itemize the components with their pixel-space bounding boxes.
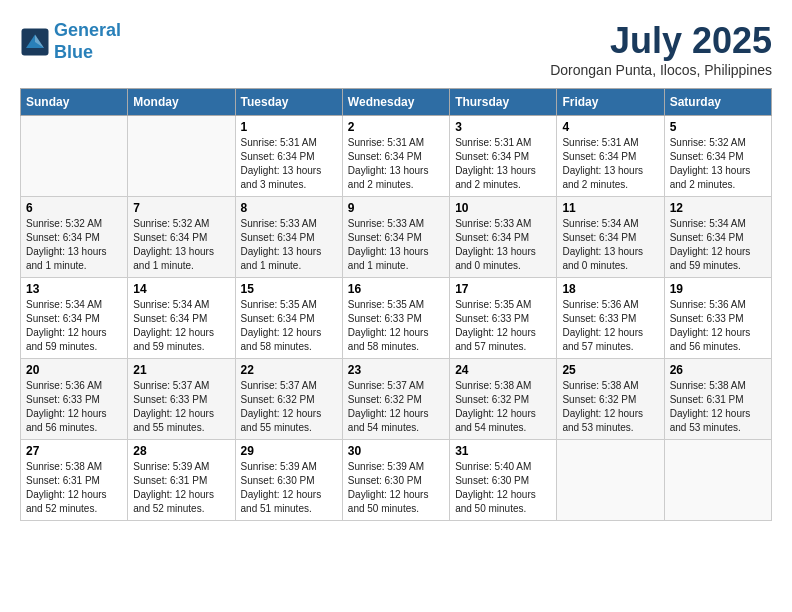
day-number: 18 <box>562 282 658 296</box>
logo-line1: General <box>54 20 121 40</box>
day-cell: 23Sunrise: 5:37 AM Sunset: 6:32 PM Dayli… <box>342 359 449 440</box>
day-info: Sunrise: 5:37 AM Sunset: 6:32 PM Dayligh… <box>241 379 337 435</box>
weekday-header-monday: Monday <box>128 89 235 116</box>
day-number: 16 <box>348 282 444 296</box>
day-cell: 31Sunrise: 5:40 AM Sunset: 6:30 PM Dayli… <box>450 440 557 521</box>
day-cell: 10Sunrise: 5:33 AM Sunset: 6:34 PM Dayli… <box>450 197 557 278</box>
day-info: Sunrise: 5:34 AM Sunset: 6:34 PM Dayligh… <box>133 298 229 354</box>
day-info: Sunrise: 5:31 AM Sunset: 6:34 PM Dayligh… <box>348 136 444 192</box>
day-info: Sunrise: 5:37 AM Sunset: 6:32 PM Dayligh… <box>348 379 444 435</box>
day-number: 26 <box>670 363 766 377</box>
day-info: Sunrise: 5:32 AM Sunset: 6:34 PM Dayligh… <box>26 217 122 273</box>
weekday-header-wednesday: Wednesday <box>342 89 449 116</box>
day-number: 13 <box>26 282 122 296</box>
day-info: Sunrise: 5:33 AM Sunset: 6:34 PM Dayligh… <box>241 217 337 273</box>
day-cell: 17Sunrise: 5:35 AM Sunset: 6:33 PM Dayli… <box>450 278 557 359</box>
week-row-5: 27Sunrise: 5:38 AM Sunset: 6:31 PM Dayli… <box>21 440 772 521</box>
day-number: 23 <box>348 363 444 377</box>
day-number: 30 <box>348 444 444 458</box>
weekday-header-friday: Friday <box>557 89 664 116</box>
weekday-header-tuesday: Tuesday <box>235 89 342 116</box>
day-cell: 7Sunrise: 5:32 AM Sunset: 6:34 PM Daylig… <box>128 197 235 278</box>
day-cell: 29Sunrise: 5:39 AM Sunset: 6:30 PM Dayli… <box>235 440 342 521</box>
day-number: 3 <box>455 120 551 134</box>
day-cell: 6Sunrise: 5:32 AM Sunset: 6:34 PM Daylig… <box>21 197 128 278</box>
day-number: 6 <box>26 201 122 215</box>
day-info: Sunrise: 5:39 AM Sunset: 6:30 PM Dayligh… <box>241 460 337 516</box>
day-info: Sunrise: 5:32 AM Sunset: 6:34 PM Dayligh… <box>133 217 229 273</box>
day-cell: 19Sunrise: 5:36 AM Sunset: 6:33 PM Dayli… <box>664 278 771 359</box>
location: Dorongan Punta, Ilocos, Philippines <box>550 62 772 78</box>
day-cell: 13Sunrise: 5:34 AM Sunset: 6:34 PM Dayli… <box>21 278 128 359</box>
day-number: 11 <box>562 201 658 215</box>
day-cell: 2Sunrise: 5:31 AM Sunset: 6:34 PM Daylig… <box>342 116 449 197</box>
day-cell: 27Sunrise: 5:38 AM Sunset: 6:31 PM Dayli… <box>21 440 128 521</box>
title-block: July 2025 Dorongan Punta, Ilocos, Philip… <box>550 20 772 78</box>
day-cell: 26Sunrise: 5:38 AM Sunset: 6:31 PM Dayli… <box>664 359 771 440</box>
day-info: Sunrise: 5:36 AM Sunset: 6:33 PM Dayligh… <box>670 298 766 354</box>
day-info: Sunrise: 5:40 AM Sunset: 6:30 PM Dayligh… <box>455 460 551 516</box>
month-title: July 2025 <box>550 20 772 62</box>
day-number: 15 <box>241 282 337 296</box>
day-info: Sunrise: 5:33 AM Sunset: 6:34 PM Dayligh… <box>348 217 444 273</box>
day-info: Sunrise: 5:35 AM Sunset: 6:33 PM Dayligh… <box>455 298 551 354</box>
day-info: Sunrise: 5:36 AM Sunset: 6:33 PM Dayligh… <box>562 298 658 354</box>
week-row-3: 13Sunrise: 5:34 AM Sunset: 6:34 PM Dayli… <box>21 278 772 359</box>
page-header: General Blue July 2025 Dorongan Punta, I… <box>20 20 772 78</box>
day-number: 25 <box>562 363 658 377</box>
day-cell: 15Sunrise: 5:35 AM Sunset: 6:34 PM Dayli… <box>235 278 342 359</box>
day-number: 2 <box>348 120 444 134</box>
day-cell <box>21 116 128 197</box>
day-number: 29 <box>241 444 337 458</box>
week-row-2: 6Sunrise: 5:32 AM Sunset: 6:34 PM Daylig… <box>21 197 772 278</box>
day-info: Sunrise: 5:34 AM Sunset: 6:34 PM Dayligh… <box>562 217 658 273</box>
day-number: 21 <box>133 363 229 377</box>
day-number: 8 <box>241 201 337 215</box>
day-cell: 11Sunrise: 5:34 AM Sunset: 6:34 PM Dayli… <box>557 197 664 278</box>
week-row-1: 1Sunrise: 5:31 AM Sunset: 6:34 PM Daylig… <box>21 116 772 197</box>
day-info: Sunrise: 5:38 AM Sunset: 6:31 PM Dayligh… <box>26 460 122 516</box>
day-cell: 9Sunrise: 5:33 AM Sunset: 6:34 PM Daylig… <box>342 197 449 278</box>
day-number: 12 <box>670 201 766 215</box>
day-info: Sunrise: 5:35 AM Sunset: 6:33 PM Dayligh… <box>348 298 444 354</box>
day-info: Sunrise: 5:38 AM Sunset: 6:32 PM Dayligh… <box>455 379 551 435</box>
day-number: 10 <box>455 201 551 215</box>
day-cell <box>128 116 235 197</box>
day-number: 27 <box>26 444 122 458</box>
weekday-header-sunday: Sunday <box>21 89 128 116</box>
logo-text: General Blue <box>54 20 121 63</box>
weekday-header-thursday: Thursday <box>450 89 557 116</box>
day-info: Sunrise: 5:33 AM Sunset: 6:34 PM Dayligh… <box>455 217 551 273</box>
day-cell: 22Sunrise: 5:37 AM Sunset: 6:32 PM Dayli… <box>235 359 342 440</box>
day-info: Sunrise: 5:31 AM Sunset: 6:34 PM Dayligh… <box>241 136 337 192</box>
day-cell: 21Sunrise: 5:37 AM Sunset: 6:33 PM Dayli… <box>128 359 235 440</box>
day-info: Sunrise: 5:38 AM Sunset: 6:32 PM Dayligh… <box>562 379 658 435</box>
logo: General Blue <box>20 20 121 63</box>
day-cell <box>664 440 771 521</box>
day-number: 5 <box>670 120 766 134</box>
day-cell: 1Sunrise: 5:31 AM Sunset: 6:34 PM Daylig… <box>235 116 342 197</box>
day-cell: 20Sunrise: 5:36 AM Sunset: 6:33 PM Dayli… <box>21 359 128 440</box>
day-cell: 8Sunrise: 5:33 AM Sunset: 6:34 PM Daylig… <box>235 197 342 278</box>
day-info: Sunrise: 5:39 AM Sunset: 6:31 PM Dayligh… <box>133 460 229 516</box>
day-info: Sunrise: 5:32 AM Sunset: 6:34 PM Dayligh… <box>670 136 766 192</box>
week-row-4: 20Sunrise: 5:36 AM Sunset: 6:33 PM Dayli… <box>21 359 772 440</box>
day-cell: 25Sunrise: 5:38 AM Sunset: 6:32 PM Dayli… <box>557 359 664 440</box>
day-number: 31 <box>455 444 551 458</box>
day-cell: 12Sunrise: 5:34 AM Sunset: 6:34 PM Dayli… <box>664 197 771 278</box>
day-number: 24 <box>455 363 551 377</box>
day-number: 1 <box>241 120 337 134</box>
day-info: Sunrise: 5:37 AM Sunset: 6:33 PM Dayligh… <box>133 379 229 435</box>
day-cell: 14Sunrise: 5:34 AM Sunset: 6:34 PM Dayli… <box>128 278 235 359</box>
day-cell: 5Sunrise: 5:32 AM Sunset: 6:34 PM Daylig… <box>664 116 771 197</box>
day-number: 19 <box>670 282 766 296</box>
day-cell: 3Sunrise: 5:31 AM Sunset: 6:34 PM Daylig… <box>450 116 557 197</box>
day-number: 4 <box>562 120 658 134</box>
logo-icon <box>20 27 50 57</box>
calendar-table: SundayMondayTuesdayWednesdayThursdayFrid… <box>20 88 772 521</box>
day-info: Sunrise: 5:39 AM Sunset: 6:30 PM Dayligh… <box>348 460 444 516</box>
day-info: Sunrise: 5:31 AM Sunset: 6:34 PM Dayligh… <box>455 136 551 192</box>
day-cell: 4Sunrise: 5:31 AM Sunset: 6:34 PM Daylig… <box>557 116 664 197</box>
day-info: Sunrise: 5:31 AM Sunset: 6:34 PM Dayligh… <box>562 136 658 192</box>
day-info: Sunrise: 5:38 AM Sunset: 6:31 PM Dayligh… <box>670 379 766 435</box>
